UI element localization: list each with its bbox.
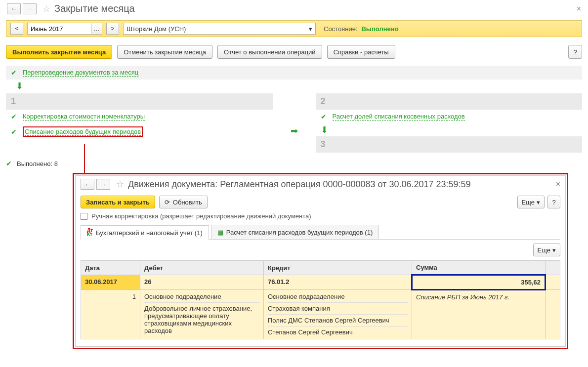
organization-select[interactable]: Шторкин Дом (УСН) ▾: [123, 23, 316, 35]
stage-2-header: 2: [316, 93, 583, 110]
nav-forward-button: →: [23, 3, 37, 14]
check-icon: ✔: [6, 160, 12, 167]
status-label: Состояние:: [324, 25, 357, 33]
stage-3-header: 3: [316, 136, 583, 153]
cancel-closing-button[interactable]: Отменить закрытие месяца: [117, 45, 212, 59]
period-input[interactable]: [27, 23, 91, 35]
references-button[interactable]: Справки - расчеты: [327, 45, 395, 59]
footer-status-text: Выполнено: 8: [17, 160, 58, 167]
highlight-box: Списание расходов будущих периодов: [23, 126, 143, 137]
document-movements-window: ← → ☆ Движения документа: Регламентная о…: [73, 173, 568, 174]
chevron-down-icon: ▾: [309, 25, 312, 33]
arrow-down-icon: ⬇: [16, 81, 582, 91]
arrow-right-icon: ➡: [291, 125, 298, 136]
status-value: Выполнено: [361, 25, 398, 33]
operations-report-button[interactable]: Отчет о выполнении операций: [217, 45, 322, 59]
callout-arrow: [84, 144, 85, 174]
check-icon: ✔: [11, 128, 17, 136]
period-picker-button[interactable]: …: [91, 23, 102, 35]
check-icon: ✔: [11, 113, 17, 121]
nav-back-button[interactable]: ←: [7, 3, 21, 14]
check-icon: ✔: [11, 69, 17, 77]
execute-button[interactable]: Выполнить закрытие месяца: [6, 45, 112, 59]
help-button[interactable]: ?: [568, 45, 582, 59]
period-prev-button[interactable]: <: [10, 23, 23, 35]
page-title: Закрытие месяца: [54, 3, 135, 14]
period-next-button[interactable]: >: [106, 23, 119, 35]
stage-1-header: 1: [6, 93, 273, 110]
organization-value: Шторкин Дом (УСН): [126, 25, 186, 33]
arrow-down-icon: ⬇: [321, 124, 583, 135]
check-icon: ✔: [321, 113, 327, 121]
close-icon[interactable]: ×: [577, 4, 581, 13]
favorite-star-icon[interactable]: ☆: [42, 3, 50, 14]
stage1-item2-link[interactable]: Списание расходов будущих периодов: [25, 128, 141, 136]
period-bar: < … > Шторкин Дом (УСН) ▾ Состояние: Вып…: [6, 20, 582, 37]
stage2-item1-link[interactable]: Расчет долей списания косвенных расходов: [333, 113, 465, 121]
stage1-item1-link[interactable]: Корректировка стоимости номенклатуры: [23, 113, 145, 121]
repost-documents-link[interactable]: Перепроведение документов за месяц: [23, 69, 138, 77]
